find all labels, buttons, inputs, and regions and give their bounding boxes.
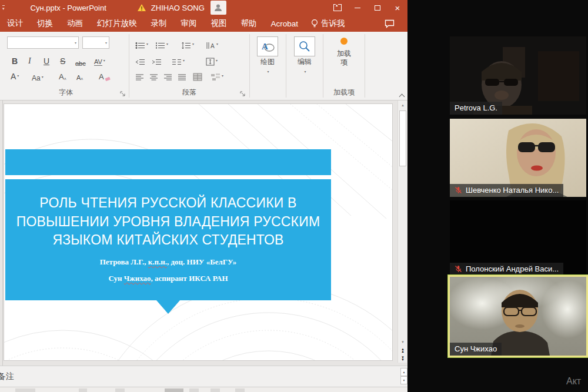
- ribbon-tab-row: 设计 切换 动画 幻灯片放映 录制 审阅 视图 帮助 Acrobat 告诉我: [0, 15, 407, 32]
- chevron-down-icon: ▾: [73, 41, 78, 45]
- restore-icon: [375, 5, 380, 11]
- group-separator: [365, 34, 365, 98]
- slide-title-box[interactable]: РОЛЬ ЧТЕНИЯ РУССКОЙ КЛАССИКИ В ПОВЫШЕНИИ…: [5, 179, 331, 300]
- text-direction-button[interactable]: A ▾: [206, 38, 218, 49]
- spin-down-button[interactable]: ▼: [400, 376, 407, 384]
- video-tile-sun-zhihao[interactable]: Сун Чжихао: [448, 275, 588, 357]
- character-spacing-button[interactable]: AV▾: [94, 54, 105, 66]
- next-slide-button[interactable]: ▾▾: [398, 354, 407, 363]
- tab-design[interactable]: 设计: [0, 15, 30, 32]
- tab-transitions[interactable]: 切换: [30, 15, 60, 32]
- convert-smartart-button[interactable]: ▾: [211, 69, 223, 81]
- editing-button[interactable]: 编辑 ▾: [289, 34, 320, 75]
- increase-indent-button[interactable]: [152, 54, 162, 66]
- font-size-combobox[interactable]: ▾: [82, 36, 109, 49]
- previous-slide-button[interactable]: ▴▴: [398, 346, 407, 354]
- video-tile-shevchenko[interactable]: Шевченко Наталья Нико...: [450, 119, 586, 197]
- slide-accent-band[interactable]: [5, 149, 331, 175]
- font-color-button[interactable]: A▾: [11, 69, 19, 81]
- align-text-button[interactable]: ▾: [206, 54, 218, 66]
- underline-button[interactable]: U: [44, 54, 49, 66]
- vertical-scrollbar[interactable]: ▴ ▾ ▴▴ ▾▾: [397, 100, 407, 363]
- group-separator: [286, 34, 286, 98]
- view-button-selected[interactable]: [165, 388, 183, 392]
- chevron-down-icon: ▾: [42, 75, 44, 79]
- columns-button[interactable]: ▾: [172, 54, 185, 66]
- view-button[interactable]: [189, 388, 199, 392]
- tab-slideshow[interactable]: 幻灯片放映: [90, 15, 144, 32]
- callout-pointer: [156, 300, 180, 314]
- view-button[interactable]: [235, 388, 245, 392]
- add-table-button[interactable]: [193, 69, 202, 81]
- video-tile-petrova[interactable]: Petrova L.G.: [450, 36, 586, 115]
- addins-button[interactable]: 加载项: [329, 35, 359, 67]
- status-item: [15, 388, 35, 392]
- minimize-button[interactable]: [348, 0, 368, 15]
- font-name-combobox[interactable]: ▾: [7, 36, 79, 49]
- tab-record[interactable]: 录制: [144, 15, 174, 32]
- view-button[interactable]: [211, 388, 220, 392]
- restore-button[interactable]: [368, 0, 387, 15]
- avatar[interactable]: [211, 1, 226, 15]
- chevron-down-icon: ▾: [103, 41, 109, 45]
- comments-button[interactable]: [377, 15, 402, 32]
- close-button[interactable]: ×: [387, 0, 407, 15]
- status-item: [79, 388, 87, 392]
- justify-button[interactable]: [178, 69, 186, 81]
- author-line-1: Петрова Л.Г., к.п.н., доц. НИУ «БелГУ»: [5, 257, 331, 267]
- tell-me-button[interactable]: 告诉我: [305, 15, 351, 32]
- shrink-font-button[interactable]: A˄: [76, 69, 83, 81]
- drawing-icon: A: [257, 36, 278, 56]
- title-bar: ▾ Сун.pptx - PowerPoint ZHIHAO SONG ×: [0, 0, 407, 15]
- numbering-button[interactable]: ▾: [155, 38, 168, 49]
- bullets-button[interactable]: ▾: [135, 38, 148, 49]
- quick-access-toolbar-icon[interactable]: ▾: [2, 5, 5, 11]
- status-item: [115, 388, 125, 392]
- change-case-button[interactable]: Aa▾: [32, 71, 44, 82]
- comment-bubble-icon: [385, 19, 395, 28]
- scroll-down-button[interactable]: ▾: [398, 337, 407, 346]
- misspelled-word: Чжихао: [124, 274, 151, 283]
- tab-view[interactable]: 视图: [204, 15, 234, 32]
- paragraph-dialog-launcher[interactable]: [240, 91, 246, 96]
- participant-name-tag: Шевченко Наталья Нико...: [450, 184, 563, 197]
- slide-title: РОЛЬ ЧТЕНИЯ РУССКОЙ КЛАССИКИ В ПОВЫШЕНИИ…: [12, 194, 324, 250]
- tab-animations[interactable]: 动画: [60, 15, 90, 32]
- scrollbar-thumb[interactable]: [399, 110, 406, 166]
- slide-edit-area: РОЛЬ ЧТЕНИЯ РУССКОЙ КЛАССИКИ В ПОВЫШЕНИИ…: [0, 100, 407, 366]
- scroll-up-button[interactable]: ▴: [398, 100, 407, 109]
- warning-icon: [137, 4, 146, 12]
- font-dialog-launcher[interactable]: [120, 91, 126, 96]
- align-center-button[interactable]: [149, 69, 158, 81]
- powerpoint-window: ▾ Сун.pptx - PowerPoint ZHIHAO SONG × 设计…: [0, 0, 407, 392]
- bold-button[interactable]: B: [12, 54, 18, 66]
- chevron-down-icon: ▾: [166, 42, 168, 46]
- tab-review[interactable]: 审阅: [174, 15, 204, 32]
- paragraph-group: ▾ ▾ ▾ A ▾: [132, 32, 247, 100]
- align-left-button[interactable]: [135, 69, 144, 81]
- strikethrough-button[interactable]: S: [60, 54, 65, 66]
- drawing-button[interactable]: A 绘图 ▾: [252, 34, 283, 75]
- align-right-button[interactable]: [163, 69, 172, 81]
- ribbon-display-options-button[interactable]: [328, 0, 348, 15]
- pane-divider[interactable]: [2, 100, 3, 366]
- document-title: Сун.pptx - PowerPoint: [31, 4, 106, 12]
- clear-formatting-button[interactable]: A: [99, 69, 111, 81]
- notes-resize-spinner: ▲ ▼: [400, 368, 407, 384]
- collapse-ribbon-icon[interactable]: [399, 93, 405, 98]
- italic-button[interactable]: I: [28, 54, 31, 66]
- text-shadow-button[interactable]: abc: [75, 55, 86, 67]
- tab-acrobat[interactable]: Acrobat: [264, 15, 306, 32]
- ribbon-display-icon: [333, 4, 342, 11]
- grow-font-button[interactable]: A˄: [59, 69, 66, 81]
- account-name[interactable]: ZHIHAO SONG: [151, 4, 205, 12]
- slide-canvas[interactable]: РОЛЬ ЧТЕНИЯ РУССКОЙ КЛАССИКИ В ПОВЫШЕНИИ…: [4, 103, 393, 361]
- tab-help[interactable]: 帮助: [234, 15, 264, 32]
- chevron-down-icon: ▾: [216, 42, 218, 46]
- video-tile-polonsky[interactable]: Полонский Андрей Васи...: [450, 200, 586, 276]
- spin-up-button[interactable]: ▲: [400, 368, 407, 376]
- muted-mic-icon: [455, 265, 462, 273]
- notes-bar[interactable]: 备注 ▲ ▼: [0, 366, 407, 387]
- line-spacing-button[interactable]: ▾: [181, 38, 194, 49]
- decrease-indent-button[interactable]: [135, 54, 145, 66]
